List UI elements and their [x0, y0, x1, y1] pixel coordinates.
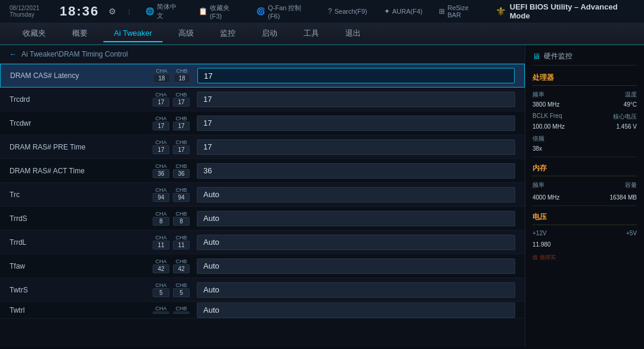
nav-item-favorites[interactable]: 收藏夹 [12, 24, 57, 42]
language-label: 简体中文 [157, 2, 182, 20]
table-row[interactable]: Trc CHA 94 CHB 94 [0, 183, 525, 207]
nav-item-tools[interactable]: 工具 [293, 24, 330, 42]
v12-label: +12V [532, 230, 583, 236]
table-row[interactable]: Trcdrd CHA 17 CHB 17 [0, 88, 525, 111]
ctrl-resizebar[interactable]: ⊞ ReSize BAR [435, 3, 485, 20]
nav-item-boot[interactable]: 启动 [251, 24, 288, 42]
table-row[interactable]: TrrdL CHA 11 CHB 11 [0, 230, 525, 254]
value-input[interactable] [197, 282, 515, 298]
mem-section-title: 内存 [532, 163, 637, 176]
value-input[interactable] [197, 116, 515, 131]
cha-badge: CHA 18 [153, 68, 170, 83]
multiplier-value: 38x [532, 145, 542, 152]
value-input[interactable] [197, 139, 515, 155]
value-input[interactable] [197, 187, 515, 202]
table-row[interactable]: DRAM RAS# PRE Time CHA 17 CHB 17 [0, 135, 525, 159]
cha-badge: CHA 11 [153, 235, 169, 250]
nav-item-aitweaker[interactable]: Ai Tweaker [103, 25, 163, 42]
right-panel: 🖥 硬件监控 处理器 频率 温度 3800 MHz 49°C BCLK Freq… [525, 45, 644, 347]
v12-value: 11.980 [532, 241, 583, 248]
breadcrumb-arrow-icon[interactable]: ← [10, 50, 17, 58]
mem-size-value: 16384 MB [587, 194, 637, 201]
channel-badges: CHA 36 CHB 36 [153, 164, 190, 178]
table-row[interactable]: Twtrl CHA CHB [0, 302, 525, 319]
table-row[interactable]: TrrdS CHA 8 CHB 8 [0, 207, 525, 230]
monitor-icon: 🖥 [532, 52, 540, 61]
aura-label: AURA(F4) [392, 8, 423, 15]
mem-freq-label: 频率 [532, 181, 583, 189]
cpu-multiplier-value-row: 38x [532, 145, 637, 152]
value-input[interactable] [197, 211, 515, 226]
value-input[interactable] [197, 258, 515, 274]
resizebar-label: ReSize BAR [447, 4, 482, 18]
cha-badge: CHA 8 [153, 211, 169, 226]
value-input[interactable] [197, 163, 515, 179]
nav-item-exit[interactable]: 退出 [335, 24, 371, 42]
nav-item-advanced[interactable]: 高级 [168, 24, 205, 42]
chb-badge: CHB 17 [173, 116, 190, 130]
voltage-section-title: 电压 [532, 212, 637, 225]
row-label: DRAM RAS# PRE Time [10, 143, 153, 151]
ctrl-language[interactable]: 🌐 简体中文 [142, 1, 185, 21]
row-label: Trc [10, 191, 153, 199]
row-label: Tfaw [10, 262, 153, 270]
channel-badges: CHA 11 CHB 11 [153, 235, 190, 250]
v5-label: +5V [587, 230, 637, 236]
mem-stats-values: 4000 MHz 16384 MB [532, 194, 637, 201]
table-row[interactable]: Tfaw CHA 42 CHB 42 [0, 254, 525, 278]
table-row[interactable]: Trcdwr CHA 17 CHB 17 [0, 111, 525, 135]
content-area: ← Ai Tweaker\DRAM Timing Control DRAM CA… [0, 45, 525, 347]
divider-bar: | [128, 8, 130, 15]
chb-badge: CHB 17 [173, 140, 190, 154]
mem-freq-value: 4000 MHz [532, 194, 583, 201]
ctrl-aura[interactable]: ✦ AURA(F4) [380, 6, 426, 17]
cha-badge: CHA 94 [153, 188, 169, 202]
nav-item-overview[interactable]: 概要 [61, 24, 98, 42]
ctrl-search[interactable]: ? Search(F9) [324, 6, 371, 17]
resizebar-icon: ⊞ [439, 7, 445, 15]
chb-badge: CHB 5 [173, 283, 190, 297]
value-input[interactable] [197, 92, 515, 107]
watermark: 值 值得买 [532, 254, 637, 261]
language-icon: 🌐 [145, 7, 154, 15]
row-label: DRAM RAS# ACT Time [10, 167, 153, 175]
settings-gear-icon[interactable]: ⚙ [109, 7, 116, 16]
cha-badge: CHA 17 [153, 140, 169, 154]
ctrl-qfan[interactable]: 🌀 Q-Fan 控制(F6) [253, 2, 315, 21]
search-icon: ? [328, 7, 332, 15]
ctrl-favorites[interactable]: 📋 收藏夹(F3) [195, 2, 243, 21]
panel-header: 🖥 硬件监控 [532, 51, 637, 66]
value-input[interactable] [197, 303, 515, 318]
temp-label: 温度 [587, 91, 637, 99]
cpu-bclk-stats: BCLK Freq 核心电压 100.00 MHz 1.456 V [532, 113, 637, 130]
date-label: 08/12/2021 [10, 5, 50, 11]
cha-badge: CHA 42 [153, 259, 169, 273]
channel-badges: CHA 18 CHB 18 [153, 68, 190, 83]
cha-badge: CHA [153, 306, 169, 314]
value-input[interactable] [197, 68, 515, 83]
voltage-stats-values: 11.980 [532, 241, 637, 248]
value-input[interactable] [197, 235, 515, 250]
nav-item-monitor[interactable]: 监控 [209, 24, 246, 42]
table-row[interactable]: TwtrS CHA 5 CHB 5 [0, 278, 525, 302]
channel-badges: CHA 17 CHB 17 [153, 116, 190, 130]
chb-badge: CHB 8 [173, 211, 190, 226]
row-label: Twtrl [10, 306, 153, 314]
row-label: TwtrS [10, 286, 153, 294]
chb-badge: CHB 11 [173, 235, 190, 250]
favorites-icon: 📋 [199, 7, 208, 15]
table-row[interactable]: DRAM CAS# Latency CHA 18 CHB 18 [0, 64, 525, 88]
bclk-label: BCLK Freq [532, 113, 583, 121]
channel-badges: CHA 94 CHB 94 [153, 188, 190, 202]
cha-badge: CHA 17 [153, 92, 169, 107]
bios-title: UEFI BIOS Utility – Advanced Mode [510, 2, 634, 20]
section-divider-2 [532, 205, 637, 206]
row-label: DRAM CAS# Latency [10, 71, 153, 80]
navbar: 收藏夹 概要 Ai Tweaker 高级 监控 启动 工具 退出 [0, 23, 644, 45]
qfan-icon: 🌀 [256, 7, 265, 15]
cpu-temp-value: 49°C [587, 101, 637, 108]
qfan-label: Q-Fan 控制(F6) [268, 4, 311, 20]
table-row[interactable]: DRAM RAS# ACT Time CHA 36 CHB 36 [0, 159, 525, 183]
logo-area: ⚜ UEFI BIOS Utility – Advanced Mode [496, 2, 634, 20]
channel-badges: CHA 17 CHB 17 [153, 92, 190, 107]
